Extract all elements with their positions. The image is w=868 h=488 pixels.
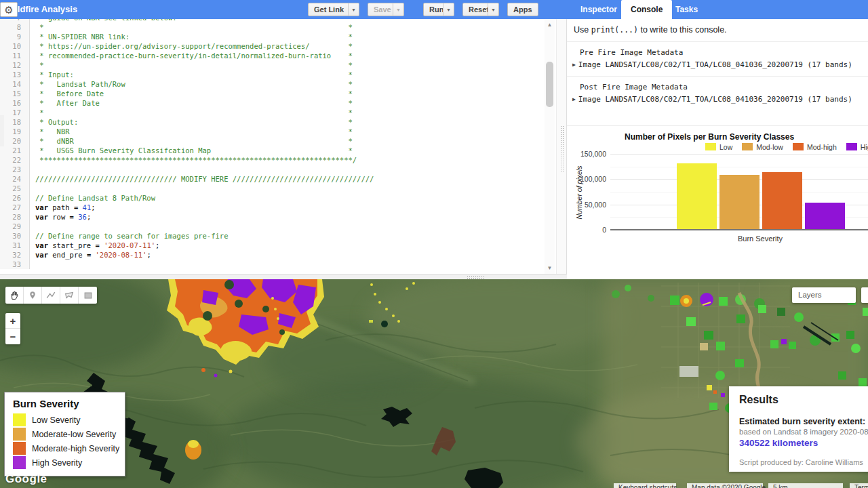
code-line: var path = 41;: [35, 203, 544, 212]
legend-label: Moderate-high Severity: [32, 444, 119, 453]
line-number: 8: [0, 22, 29, 32]
console-entries: Pre Fire Image Metadata▶Image LANDSAT/LC…: [567, 41, 868, 110]
expand-arrow-icon[interactable]: ▶: [572, 62, 576, 68]
line-number: 17: [0, 108, 29, 117]
results-panel: Results Estimated burn severity extent: …: [729, 386, 868, 472]
code-line: ///////////////////////////////// MODIFY…: [35, 174, 544, 184]
line-number: 9: [0, 32, 29, 41]
map-type-button[interactable]: [861, 287, 868, 303]
legend-row: High Severity: [13, 456, 118, 469]
point-tool-button[interactable]: [24, 287, 42, 304]
line-number: 26: [0, 193, 29, 203]
legend-swatch: [13, 428, 26, 441]
console-hint: Use print(...) to write to this console.: [567, 19, 868, 41]
chart-bar-high[interactable]: [805, 203, 845, 229]
console-panel: Use print(...) to write to this console.…: [567, 19, 868, 279]
keyboard-shortcuts-link[interactable]: Keyboard shortcuts: [614, 483, 676, 488]
code-line: * https://un-spider.org/advisory-support…: [35, 41, 544, 51]
console-entry: Post Fire Image Metadata▶Image LANDSAT/L…: [567, 76, 868, 110]
code-line: * After Date *: [35, 98, 544, 108]
settings-button[interactable]: ⚙: [0, 2, 18, 17]
code-line: var row = 36;: [35, 212, 544, 222]
terms-link[interactable]: Terms: [850, 483, 868, 488]
line-number: 22: [0, 155, 29, 165]
reset-dropdown[interactable]: ▼: [488, 3, 499, 16]
code-line: * *: [35, 60, 544, 70]
tab-tasks[interactable]: Tasks: [666, 0, 707, 19]
code-line: * Landsat Path/Row *: [35, 79, 544, 89]
tab-inspector[interactable]: Inspector: [571, 0, 627, 19]
legend-row: Low Severity: [13, 413, 118, 426]
line-number: 33: [0, 260, 29, 269]
left-panel-splitter[interactable]: [0, 115, 4, 146]
code-line: * dNBR *: [35, 136, 544, 146]
editor-console-splitter[interactable]: [556, 19, 567, 279]
legend-swatch: [13, 442, 26, 455]
zoom-out-button[interactable]: −: [5, 329, 20, 344]
code-line: * USGS Burn Severity Classifcation Map *: [35, 146, 544, 155]
legend-row: Moderate-low Severity: [13, 428, 118, 441]
pan-tool-button[interactable]: [5, 287, 24, 304]
rectangle-tool-button[interactable]: [79, 287, 97, 304]
zoom-in-button[interactable]: +: [5, 313, 20, 329]
legend-swatch: [742, 143, 753, 150]
line-number: 12: [0, 60, 29, 70]
get-link-dropdown[interactable]: ▼: [348, 3, 359, 16]
code-line: [35, 165, 544, 174]
tab-console[interactable]: Console: [621, 0, 672, 19]
code-editor[interactable]: 7891011121314151617181920212223242526272…: [0, 19, 556, 274]
chart-legend-item: Mod-low: [742, 142, 783, 151]
line-number: 18: [0, 117, 29, 127]
hand-icon: [9, 290, 20, 301]
scroll-up-arrow-icon[interactable]: ▲: [545, 20, 555, 30]
save-dropdown[interactable]: ▼: [393, 3, 404, 16]
code-line: * *: [35, 22, 544, 32]
legend-label: High: [861, 143, 868, 151]
chart-bar-mod-high[interactable]: [762, 172, 802, 229]
scroll-down-arrow-icon[interactable]: ▼: [545, 264, 555, 273]
line-number: 21: [0, 146, 29, 155]
marker-icon: [27, 290, 38, 301]
code-line: [35, 222, 544, 231]
code-area[interactable]: * guide on NBR see linked below. * * * *…: [35, 19, 544, 269]
results-subheading: Estimated burn severity extent:: [739, 417, 868, 426]
code-line: * *: [35, 108, 544, 117]
legend-row: Moderate-high Severity: [13, 442, 118, 455]
get-link-button[interactable]: Get Link: [308, 3, 350, 16]
scale-control[interactable]: 5 km: [768, 483, 843, 488]
code-line: var end_pre = '2020-08-11';: [35, 250, 544, 260]
entry-item: ▶Image LANDSAT/LC08/C02/T1_TOA/LC08_0410…: [567, 60, 868, 69]
line-number: 20: [0, 136, 29, 146]
editor-scrollbar[interactable]: ▲ ▼: [545, 19, 555, 274]
line-number: 24: [0, 174, 29, 184]
line-number: 23: [0, 165, 29, 174]
code-line: * Input: *: [35, 70, 544, 79]
code-line: * Output: *: [35, 117, 544, 127]
zoom-control: + −: [5, 313, 20, 344]
line-number: 27: [0, 203, 29, 212]
splitter-grip[interactable]: [560, 125, 564, 173]
results-title: Results: [739, 394, 868, 406]
polygon-tool-button[interactable]: [60, 287, 79, 304]
line-number: 16: [0, 98, 29, 108]
line-number: 29: [0, 222, 29, 231]
burn-severity-chart: Number of Pixels per Burn Severity Class…: [567, 125, 868, 268]
code-line: * UN-SPIDER NBR link: *: [35, 32, 544, 41]
entry-item: ▶Image LANDSAT/LC08/C02/T1_TOA/LC08_0410…: [567, 95, 868, 104]
google-logo: Google: [5, 472, 47, 486]
line-tool-button[interactable]: [42, 287, 60, 304]
run-dropdown[interactable]: ▼: [443, 3, 454, 16]
chart-bar-mod-low[interactable]: [719, 175, 760, 229]
apps-button[interactable]: Apps: [507, 3, 538, 16]
code-line: * recommended-practice-burn-severity/in-…: [35, 51, 544, 60]
scrollbar-thumb[interactable]: [546, 62, 553, 107]
legend-label: Moderate-low Severity: [32, 430, 116, 439]
code-line: * Before Date *: [35, 89, 544, 98]
chart-bar-low[interactable]: [677, 163, 717, 229]
layers-button[interactable]: Layers: [792, 287, 856, 303]
legend-swatch: [793, 143, 804, 150]
chart-legend-item: Low: [705, 142, 732, 151]
editor-map-splitter[interactable]: [0, 274, 567, 279]
code-line: var start_pre = '2020-07-11';: [35, 241, 544, 250]
expand-arrow-icon[interactable]: ▶: [572, 96, 576, 102]
